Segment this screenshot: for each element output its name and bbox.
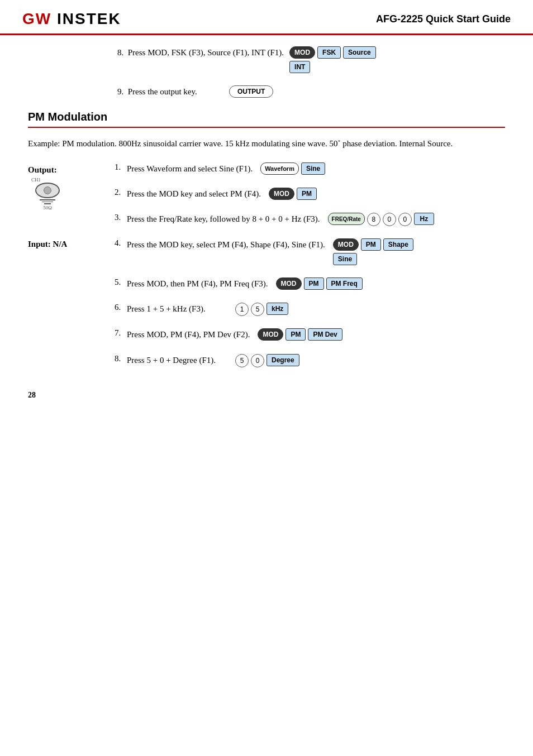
section-title: PM Modulation	[28, 111, 505, 123]
section-description: Example: PM modulation. 800Hz sinusoidal…	[28, 137, 505, 150]
page-number: 28	[28, 391, 505, 400]
step8-desc: Press 5 + 0 + Degree (F1).	[127, 354, 227, 367]
pm-dev-key[interactable]: PM Dev	[308, 328, 342, 341]
pm-step-4: 4. Press the MOD key, select PM (F4), Sh…	[115, 238, 505, 265]
source-key[interactable]: Source	[343, 46, 376, 59]
gnd-line-2	[42, 202, 53, 203]
step-9-visual: OUTPUT	[229, 85, 273, 98]
khz-key[interactable]: kHz	[266, 303, 288, 315]
gnd-line-3	[44, 203, 51, 204]
sine-key-4[interactable]: Sine	[333, 253, 357, 265]
ground-symbol	[40, 199, 55, 204]
gnd-line-1	[40, 199, 55, 200]
step-8-visual: MOD FSK Source INT	[289, 46, 376, 73]
step-8-text: 8. Press MOD, FSK (F3), Source (F1), INT…	[117, 46, 289, 59]
step7-content: Press MOD, PM (F4), PM Dev (F2). MOD PM …	[127, 328, 505, 341]
right-column: 1. Press Waveform and select Sine (F1). …	[115, 162, 505, 380]
step-8-number	[28, 46, 117, 47]
step3-keys: FREQ/Rate 8 0 0 Hz	[328, 213, 434, 226]
num-0-key-2[interactable]: 0	[398, 213, 412, 226]
step7-keys: MOD PM PM Dev	[258, 328, 342, 341]
page-header: GW INSTEK AFG-2225 Quick Start Guide	[0, 0, 533, 35]
sine-key-1[interactable]: Sine	[301, 162, 325, 175]
step5-content: Press MOD, then PM (F4), PM Freq (F3). M…	[127, 277, 505, 290]
num-5-key-2[interactable]: 5	[235, 354, 249, 367]
step6-num: 6.	[115, 303, 127, 312]
step4-keys-row1: MOD PM Shape	[333, 238, 413, 251]
step-8-row: 8. Press MOD, FSK (F3), Source (F1), INT…	[28, 46, 505, 73]
logo: GW INSTEK	[22, 10, 121, 28]
step7-desc: Press MOD, PM (F4), PM Dev (F2).	[127, 328, 250, 341]
step6-desc: Press 1 + 5 + kHz (F3).	[127, 303, 227, 315]
mod-key-8[interactable]: MOD	[289, 46, 315, 59]
num-5-key[interactable]: 5	[251, 303, 264, 316]
step5-keys: MOD PM PM Freq	[276, 277, 363, 290]
degree-key[interactable]: Degree	[266, 354, 299, 366]
num-8-key[interactable]: 8	[367, 213, 380, 226]
mod-key-5[interactable]: MOD	[276, 277, 302, 290]
output-key[interactable]: OUTPUT	[229, 85, 273, 98]
step4-keys: MOD PM Shape Sine	[333, 238, 413, 265]
pm-step-8: 8. Press 5 + 0 + Degree (F1). 5 0 Degree	[115, 354, 505, 367]
pm-two-col: Output: CH1	[28, 162, 505, 380]
connector-circle	[35, 183, 60, 199]
pm-step-6: 6. Press 1 + 5 + kHz (F3). 1 5 kHz	[115, 303, 505, 316]
pm-key-5[interactable]: PM	[304, 277, 324, 290]
pm-key-2[interactable]: PM	[297, 188, 317, 200]
step7-num: 7.	[115, 328, 127, 338]
num-0-key-1[interactable]: 0	[383, 213, 396, 226]
left-column: Output: CH1	[28, 162, 115, 380]
pm-steps-list: 1. Press Waveform and select Sine (F1). …	[115, 162, 505, 367]
logo-gw: GW	[22, 10, 51, 27]
step-8-keys: MOD FSK Source INT	[289, 46, 376, 73]
mod-key-4[interactable]: MOD	[333, 238, 359, 251]
step6-keys: 1 5 kHz	[235, 303, 288, 316]
step4-num: 4.	[115, 238, 127, 248]
step-8-keys-row2: INT	[289, 61, 376, 73]
section-divider	[28, 127, 505, 128]
pm-step-7: 7. Press MOD, PM (F4), PM Dev (F2). MOD …	[115, 328, 505, 341]
pm-key-7[interactable]: PM	[285, 328, 306, 341]
pm-freq-key[interactable]: PM Freq	[326, 277, 363, 290]
prev-steps-block: 8. Press MOD, FSK (F3), Source (F1), INT…	[28, 46, 505, 98]
shape-key[interactable]: Shape	[383, 238, 413, 251]
connector-graphic: CH1 50Ω	[28, 177, 67, 210]
num-0-key-3[interactable]: 0	[251, 354, 264, 367]
fsk-key[interactable]: FSK	[317, 46, 341, 59]
num-1-key[interactable]: 1	[235, 303, 249, 316]
mod-key-2[interactable]: MOD	[269, 188, 294, 200]
step4-content: Press the MOD key, select PM (F4), Shape…	[127, 238, 505, 265]
ch1-label: CH1	[31, 177, 41, 183]
hz-key[interactable]: Hz	[414, 213, 434, 225]
step5-desc: Press MOD, then PM (F4), PM Freq (F3).	[127, 277, 268, 290]
step1-num: 1.	[115, 162, 127, 172]
step4-desc: Press the MOD key, select PM (F4), Shape…	[127, 238, 325, 251]
connector-inner	[44, 186, 51, 194]
pm-step-5: 5. Press MOD, then PM (F4), PM Freq (F3)…	[115, 277, 505, 290]
step3-desc: Press the Freq/Rate key, followed by 8 +…	[127, 213, 320, 226]
step2-keys: MOD PM	[269, 188, 317, 200]
pm-key-4[interactable]: PM	[361, 238, 381, 251]
freq-rate-key[interactable]: FREQ/Rate	[328, 213, 365, 225]
step-9-text: 9. Press the output key.	[117, 85, 229, 98]
page-wrapper: GW INSTEK AFG-2225 Quick Start Guide 8. …	[0, 0, 533, 417]
output-section: Output: CH1	[28, 165, 115, 210]
input-label: Input: N/A	[28, 240, 115, 249]
step4-keys-row2: Sine	[333, 253, 413, 265]
pm-modulation-section: PM Modulation Example: PM modulation. 80…	[28, 111, 505, 380]
mod-key-7[interactable]: MOD	[258, 328, 283, 341]
step2-num: 2.	[115, 188, 127, 197]
pm-step-1: 1. Press Waveform and select Sine (F1). …	[115, 162, 505, 175]
main-content: 8. Press MOD, FSK (F3), Source (F1), INT…	[0, 35, 533, 417]
step3-num: 3.	[115, 213, 127, 222]
int-key[interactable]: INT	[289, 61, 310, 73]
pm-step-3: 3. Press the Freq/Rate key, followed by …	[115, 213, 505, 226]
step1-desc: Press Waveform and select Sine (F1).	[127, 162, 253, 175]
ohm-label: 50Ω	[43, 205, 52, 210]
waveform-key[interactable]: Waveform	[260, 162, 299, 175]
step-9-row: 9. Press the output key. OUTPUT	[28, 85, 505, 98]
page-title: AFG-2225 Quick Start Guide	[376, 13, 511, 25]
step2-desc: Press the MOD key and select PM (F4).	[127, 188, 261, 200]
output-label: Output:	[28, 165, 115, 175]
step-8-keys-row1: MOD FSK Source	[289, 46, 376, 59]
